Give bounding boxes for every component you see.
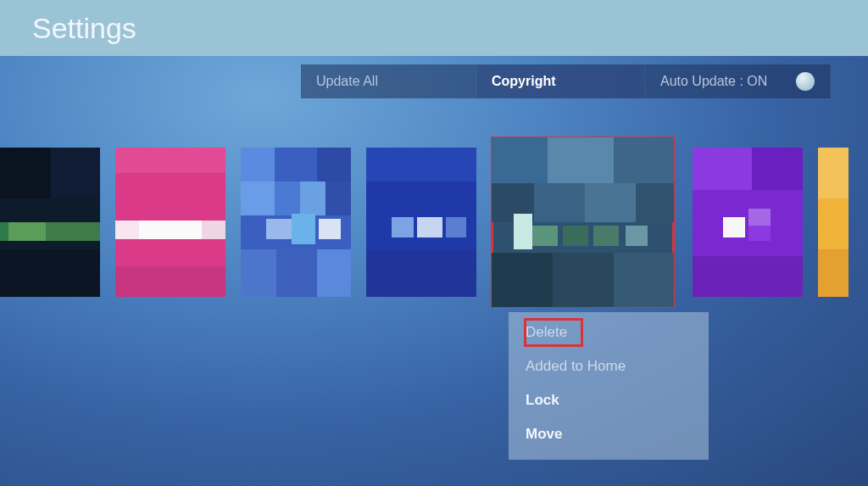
app-tile-selected[interactable] — [492, 137, 674, 307]
app-tile[interactable] — [241, 148, 351, 297]
tab-update-all[interactable]: Update All — [301, 64, 476, 98]
menu-item-added-to-home[interactable]: Added to Home — [509, 349, 709, 383]
menu-item-label: Lock — [526, 392, 559, 408]
app-row — [0, 137, 868, 307]
app-tile[interactable] — [0, 148, 100, 297]
tab-label: Auto Update : ON — [660, 74, 767, 89]
tabs-bar: Update All Copyright Auto Update : ON — [301, 64, 831, 98]
app-tile[interactable] — [818, 148, 849, 297]
tab-copyright[interactable]: Copyright — [476, 64, 645, 98]
menu-item-label: Added to Home — [526, 358, 626, 374]
menu-item-delete[interactable]: Delete — [509, 316, 709, 349]
app-tile[interactable] — [693, 148, 803, 297]
toggle-indicator-icon — [796, 72, 815, 91]
menu-item-label: Delete — [526, 324, 567, 340]
app-tile[interactable] — [366, 148, 476, 297]
tab-auto-update[interactable]: Auto Update : ON — [645, 64, 831, 98]
tab-label: Copyright — [492, 74, 556, 89]
context-menu: Delete Added to Home Lock Move — [509, 312, 709, 460]
page-title: Settings — [32, 12, 136, 45]
header-bar: Settings — [0, 0, 868, 56]
menu-item-lock[interactable]: Lock — [509, 383, 709, 417]
tab-label: Update All — [316, 74, 378, 89]
app-tile[interactable] — [115, 148, 225, 297]
menu-item-move[interactable]: Move — [509, 417, 709, 451]
menu-item-label: Move — [526, 426, 562, 442]
